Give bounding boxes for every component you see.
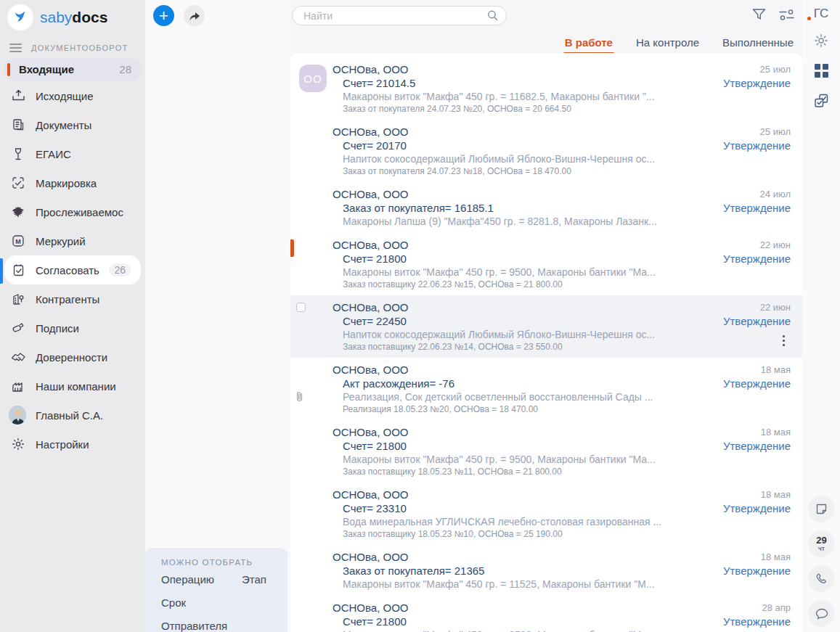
- svg-text:M: M: [15, 238, 21, 245]
- doc-number: Счет= 21800: [343, 252, 708, 266]
- sidebar-item-profile[interactable]: Главный С.А.: [0, 401, 145, 430]
- doc-company: ОСНОва, ООО: [333, 550, 708, 564]
- search-input[interactable]: [302, 9, 486, 22]
- doc-status-link[interactable]: Утверждение: [723, 502, 791, 514]
- sidebar-item-label: Настройки: [36, 438, 89, 451]
- sidebar-item-powers-of-attorney[interactable]: Доверенности: [0, 342, 145, 372]
- document-row[interactable]: ОСНОва, ООО Заказ от покупателя= 16185.1…: [290, 182, 802, 233]
- tab-in-progress[interactable]: В работе: [565, 36, 613, 49]
- view-settings-icon[interactable]: [779, 9, 796, 23]
- sidebar-item-settings[interactable]: Настройки: [0, 430, 145, 459]
- doc-status-link[interactable]: Утверждение: [723, 440, 791, 452]
- doc-date: 18 мая: [761, 489, 791, 500]
- doc-subinfo: Заказ поставщику 18.05.23 №11, ОСНОва = …: [343, 466, 708, 477]
- filter-option-operation[interactable]: Операцию: [161, 573, 214, 586]
- forward-button[interactable]: [184, 5, 205, 26]
- doc-description: Макароны виток "Макфа" 450 гр. = 11525, …: [343, 578, 708, 591]
- sidebar-item-egais[interactable]: ЕГАИС: [0, 139, 145, 168]
- document-row[interactable]: ОО ОСНОва, ООО Счет= 21014.5 Макароны ви…: [290, 57, 802, 120]
- folder-label: Входящие: [19, 63, 74, 75]
- doc-subinfo: Заказ от покупателя 24.07.23 №18, ОСНОва…: [343, 165, 708, 177]
- doc-company: ОСНОва, ООО: [333, 125, 708, 139]
- doc-subinfo: Заказ поставщику 18.05.23 №10, ОСНОва = …: [343, 528, 708, 540]
- doc-status-link[interactable]: Утверждение: [723, 315, 791, 327]
- document-row[interactable]: ОСНОва, ООО Счет= 21800 Макароны виток "…: [290, 596, 802, 632]
- search-bar[interactable]: [292, 6, 507, 25]
- row-menu-icon[interactable]: [783, 335, 785, 337]
- sidebar-item-label: Контрагенты: [36, 293, 99, 305]
- filter-option-stage[interactable]: Этап: [242, 573, 266, 586]
- sidebar-item-marking[interactable]: Маркировка: [0, 168, 145, 197]
- unread-marker: [290, 239, 294, 257]
- notes-button[interactable]: [808, 496, 835, 522]
- document-row[interactable]: ОСНОва, ООО Счет= 21800 Макароны виток "…: [290, 233, 802, 295]
- doc-number: Заказ от покупателя= 21365: [343, 564, 708, 578]
- doc-date: 24 июл: [760, 189, 791, 200]
- settings-gear-icon[interactable]: [802, 33, 840, 48]
- document-row[interactable]: ОСНОва, ООО Счет= 21800 Макароны виток "…: [290, 420, 802, 483]
- wine-glass-icon: [10, 147, 26, 160]
- building-pin-icon: [10, 292, 26, 305]
- doc-number: Акт расхождения= -76: [343, 377, 708, 390]
- sidebar-item-label: Доверенности: [36, 351, 107, 364]
- sidebar-item-signatures[interactable]: Подписи: [0, 313, 145, 342]
- row-checkbox[interactable]: [296, 303, 306, 312]
- document-row[interactable]: ОСНОва, ООО Заказ от покупателя= 21365 М…: [290, 545, 802, 596]
- document-row[interactable]: ОСНОва, ООО Акт расхождения= -76 Реализа…: [290, 358, 802, 420]
- outbox-icon: [10, 89, 26, 102]
- phone-button[interactable]: [808, 565, 835, 592]
- sidebar-item-traceability[interactable]: Прослеживаемос: [0, 197, 145, 226]
- doc-date: 25 июл: [760, 126, 791, 137]
- sidebar-item-mercury[interactable]: M Меркурий: [0, 226, 145, 255]
- search-icon[interactable]: [486, 9, 499, 22]
- doc-status-link[interactable]: Утверждение: [723, 565, 791, 577]
- doc-number: Счет= 21014.5: [343, 76, 708, 90]
- doc-date: 28 апр: [762, 602, 791, 613]
- clipboard-check-icon: [10, 263, 26, 276]
- doc-number: Счет= 21800: [343, 439, 708, 453]
- filter-option-deadline[interactable]: Срок: [161, 596, 186, 609]
- doc-status-link[interactable]: Утверждение: [723, 253, 791, 265]
- tab-on-control[interactable]: На контроле: [636, 36, 699, 49]
- doc-status-link[interactable]: Утверждение: [723, 77, 791, 89]
- document-row[interactable]: ОСНОва, ООО Счет= 23310 Вода минеральная…: [290, 483, 802, 545]
- doc-company: ОСНОва, ООО: [333, 238, 708, 252]
- right-rail: ГС 29 чт: [802, 0, 840, 632]
- folder-item-inbox[interactable]: Входящие 28: [4, 58, 142, 81]
- app-logo[interactable]: sabydocs: [0, 0, 145, 32]
- doc-status-link[interactable]: Утверждение: [723, 202, 791, 214]
- handshake-icon: [10, 352, 26, 363]
- sidebar-item-documents[interactable]: Документы: [0, 110, 145, 139]
- tasks-icon[interactable]: [802, 93, 840, 108]
- add-button[interactable]: +: [153, 5, 174, 26]
- doc-subinfo: Заказ поставщику 22.06.23 №15, ОСНОва = …: [343, 279, 708, 290]
- sidebar-item-label: Подписи: [36, 322, 79, 335]
- doc-date: 18 мая: [761, 551, 791, 562]
- sidebar-item-label: ЕГАИС: [36, 148, 71, 160]
- doc-status-link[interactable]: Утверждение: [723, 139, 791, 152]
- sidebar-item-counterparties[interactable]: Контрагенты: [0, 284, 145, 313]
- sidebar-item-approve[interactable]: Согласовать 26: [4, 255, 141, 284]
- document-row-hovered[interactable]: ОСНОва, ООО Счет= 22450 Напиток сокосоде…: [290, 295, 802, 358]
- attachment-icon: [295, 391, 303, 405]
- user-initials: ГС: [814, 7, 829, 20]
- sidebar-item-outbox[interactable]: Исходящие: [0, 81, 145, 110]
- doc-description: Напиток сокосодержащий Любимый Яблоко-Ви…: [343, 328, 708, 341]
- doc-company: ОСНОва, ООО: [333, 488, 708, 501]
- user-initials-badge[interactable]: ГС: [810, 7, 832, 21]
- sidebar: sabydocs ДОКУМЕНТООБОРОТ Входящие 22|86 …: [0, 0, 145, 632]
- calendar-button[interactable]: 29 чт: [808, 530, 835, 557]
- sidebar-item-label: Наши компании: [36, 380, 116, 393]
- doc-status-link[interactable]: Утверждение: [723, 615, 791, 628]
- doc-company: ОСНОва, ООО: [333, 425, 708, 439]
- tab-completed[interactable]: Выполненные: [722, 36, 794, 49]
- document-row[interactable]: ОСНОва, ООО Счет= 20170 Напиток сокосоде…: [290, 120, 802, 182]
- filter-option-sender[interactable]: Отправителя: [161, 620, 227, 632]
- chat-button[interactable]: [808, 600, 835, 627]
- filter-funnel-icon[interactable]: [752, 8, 766, 24]
- sidebar-item-label: Главный С.А.: [36, 409, 103, 422]
- doc-company: ОСНОва, ООО: [333, 601, 708, 615]
- sidebar-item-our-companies[interactable]: Наши компании: [0, 372, 145, 401]
- doc-status-link[interactable]: Утверждение: [723, 377, 791, 390]
- apps-grid-icon[interactable]: [815, 64, 828, 78]
